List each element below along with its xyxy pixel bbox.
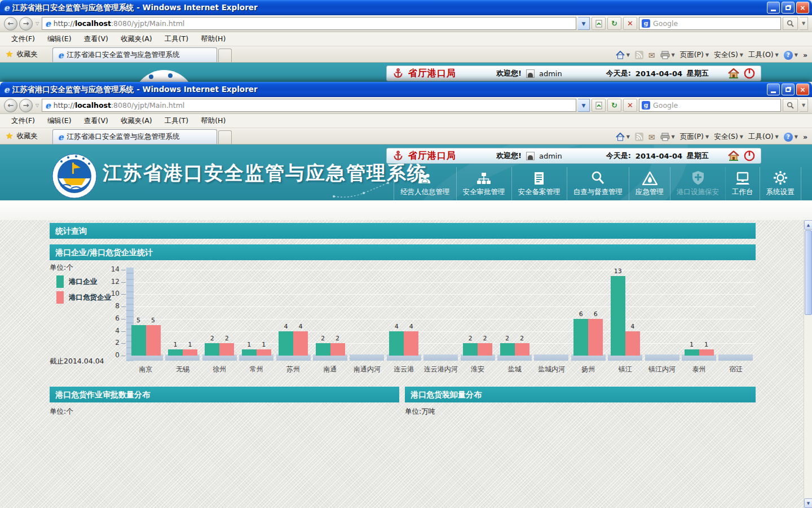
print-button[interactable]: ▼ xyxy=(660,133,675,141)
history-dropdown-icon[interactable]: ▽ xyxy=(36,21,39,26)
help-menu[interactable]: ?▼ xyxy=(784,51,798,60)
back-button[interactable]: ← xyxy=(4,17,17,30)
page-menu[interactable]: 页面(P)▼ xyxy=(680,50,709,60)
refresh-button[interactable]: ↻ xyxy=(607,99,621,112)
home-button[interactable]: ▼ xyxy=(616,133,630,141)
menu-item-edit[interactable]: 编辑(E) xyxy=(42,33,77,46)
menu-item-tools[interactable]: 工具(T) xyxy=(159,33,194,46)
tools-menu[interactable]: 工具(O)▼ xyxy=(748,50,779,60)
menu-item-view[interactable]: 查看(V) xyxy=(78,115,114,128)
page-menu[interactable]: 页面(P)▼ xyxy=(680,132,709,142)
stop-button[interactable]: ✕ xyxy=(623,99,637,112)
search-input[interactable]: g Google xyxy=(639,99,781,112)
username: admin xyxy=(539,69,562,78)
forward-button[interactable]: → xyxy=(19,17,33,30)
scroll-thumb[interactable] xyxy=(805,230,812,315)
safety-menu[interactable]: 安全(S)▼ xyxy=(714,132,743,142)
refresh-button[interactable]: ↻ xyxy=(607,17,621,30)
url-field[interactable]: e http://localhost:8080/yjpt/Main.html xyxy=(42,99,576,112)
print-button[interactable]: ▼ xyxy=(660,51,675,59)
overflow-chevron[interactable]: » xyxy=(803,133,807,141)
menu-item-help[interactable]: 帮助(H) xyxy=(195,115,231,128)
menu-item-favorites[interactable]: 收藏夹(A) xyxy=(115,115,158,128)
nav-item-system-settings[interactable]: 系统设置 xyxy=(760,167,801,200)
menu-item-help[interactable]: 帮助(H) xyxy=(195,33,231,46)
today-label: 今天是: xyxy=(606,151,631,161)
home-icon[interactable] xyxy=(728,68,739,78)
overflow-chevron[interactable]: » xyxy=(803,51,807,59)
history-dropdown-icon[interactable]: ▽ xyxy=(36,103,39,108)
welcome-band: 省厅港口局 欢迎您! admin 今天是: 2014-04-04 星期五 xyxy=(386,148,761,164)
chart-title-banner: 港口企业/港口危货企业统计 xyxy=(50,244,756,260)
chart-bar xyxy=(316,343,330,356)
restore-button[interactable] xyxy=(782,84,795,95)
new-tab-stub[interactable] xyxy=(218,130,232,144)
favorites-button[interactable]: ★ 收藏夹 xyxy=(0,131,45,144)
favorites-button[interactable]: ★ 收藏夹 xyxy=(0,49,45,62)
feeds-button[interactable] xyxy=(635,133,643,141)
tools-menu[interactable]: 工具(O)▼ xyxy=(748,132,779,142)
menu-item-file[interactable]: 文件(F) xyxy=(6,33,41,46)
search-button[interactable] xyxy=(783,99,798,112)
menu-item-favorites[interactable]: 收藏夹(A) xyxy=(115,33,158,46)
search-options-caret[interactable]: ▼ xyxy=(800,17,808,30)
chart-value-label: 2 xyxy=(329,335,346,342)
scroll-up-button[interactable]: ▲ xyxy=(804,220,812,230)
close-button[interactable]: × xyxy=(796,84,809,95)
address-dropdown[interactable]: ▼ xyxy=(578,17,590,30)
logout-icon[interactable] xyxy=(744,150,755,161)
agency-name: 省厅港口局 xyxy=(408,150,456,162)
menu-item-file[interactable]: 文件(F) xyxy=(6,115,41,128)
search-input[interactable]: g Google xyxy=(639,17,781,30)
menu-item-edit[interactable]: 编辑(E) xyxy=(42,115,77,128)
nav-item-operator-info[interactable]: 经营人信息管理 xyxy=(394,167,457,200)
home-icon[interactable] xyxy=(728,151,739,161)
mail-button[interactable]: ✉ xyxy=(648,133,655,142)
search-button[interactable] xyxy=(783,17,798,30)
browser-tab[interactable]: e 江苏省港口安全监管与应急管理系统 xyxy=(52,47,217,62)
mail-button[interactable]: ✉ xyxy=(648,51,655,60)
chart-gridline xyxy=(134,270,756,270)
nav-item-port-security[interactable]: 港口设施保安 xyxy=(670,167,726,200)
nav-item-safety-filing[interactable]: 安全备案管理 xyxy=(512,167,567,200)
close-button[interactable]: × xyxy=(796,2,809,14)
nav-item-emergency[interactable]: 应急管理 xyxy=(629,167,670,200)
chart-tick-label: 0 xyxy=(105,351,120,359)
safety-menu[interactable]: 安全(S)▼ xyxy=(714,50,743,60)
title-bar[interactable]: e 江苏省港口安全监管与应急管理系统 - Windows Internet Ex… xyxy=(0,0,812,15)
legend-swatch-port-enterprise xyxy=(56,275,64,288)
nav-item-workbench[interactable]: 工作台 xyxy=(726,167,760,200)
scroll-down-button[interactable]: ▼ xyxy=(804,498,812,508)
chart-bar xyxy=(478,343,492,356)
minimize-button[interactable] xyxy=(767,84,780,95)
menu-item-view[interactable]: 查看(V) xyxy=(78,33,114,46)
browser-tab[interactable]: e 江苏省港口安全监管与应急管理系统 xyxy=(52,129,217,144)
address-dropdown[interactable]: ▼ xyxy=(578,99,590,112)
tab-favicon: e xyxy=(58,50,64,60)
feeds-button[interactable] xyxy=(635,51,643,59)
help-menu[interactable]: ?▼ xyxy=(784,133,798,142)
compatibility-button[interactable] xyxy=(592,99,606,112)
chart-value-label: 13 xyxy=(610,268,626,275)
search-options-caret[interactable]: ▼ xyxy=(800,99,808,112)
nav-item-selfcheck-supervision[interactable]: 自查与督查管理 xyxy=(567,167,630,200)
vertical-scrollbar[interactable]: ▲ ▼ xyxy=(804,220,812,508)
url-field[interactable]: e http://localhost:8080/yjpt/Main.html xyxy=(42,17,576,30)
restore-button[interactable] xyxy=(782,2,795,14)
forward-button[interactable]: → xyxy=(19,99,33,112)
user-icon xyxy=(526,69,535,78)
title-bar[interactable]: e 江苏省港口安全监管与应急管理系统 - Windows Internet Ex… xyxy=(0,82,812,97)
stop-button[interactable]: ✕ xyxy=(623,17,637,30)
home-button[interactable]: ▼ xyxy=(616,51,630,59)
menu-item-tools[interactable]: 工具(T) xyxy=(159,115,194,128)
nav-item-safety-approval[interactable]: 安全审批管理 xyxy=(457,167,512,200)
chart-platform xyxy=(534,354,568,361)
minimize-button[interactable] xyxy=(767,2,780,14)
logout-icon[interactable] xyxy=(744,68,755,79)
chart-gridline xyxy=(134,331,756,332)
back-button[interactable]: ← xyxy=(4,99,17,112)
chart-bar xyxy=(588,319,603,356)
chart-value-label: 4 xyxy=(624,323,641,330)
new-tab-stub[interactable] xyxy=(218,49,232,62)
compatibility-button[interactable] xyxy=(592,17,606,30)
